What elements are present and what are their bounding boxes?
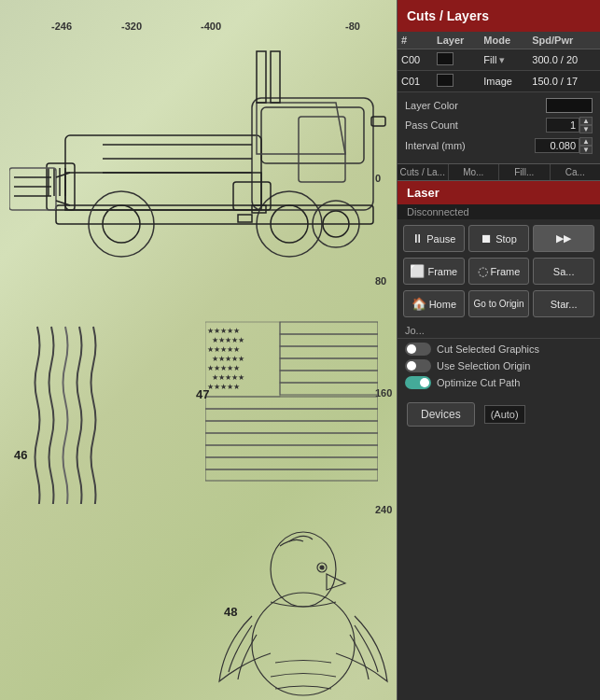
svg-text:★★★★★: ★★★★★ [212, 373, 244, 382]
optimize-toggle[interactable] [405, 376, 431, 389]
svg-point-57 [252, 593, 355, 695]
label-46: 46 [14, 448, 27, 462]
pass-count-label: Pass Count [405, 119, 458, 131]
svg-text:★★★★★: ★★★★★ [212, 355, 244, 363]
save-button[interactable]: Sa... [533, 258, 594, 285]
col-header-spd: Spd/Pwr [528, 32, 600, 49]
ruler-240: 240 [375, 504, 392, 515]
properties-area: Layer Color Pass Count ▲ ▼ Interval (mm)… [398, 92, 600, 164]
svg-rect-45 [280, 371, 378, 383]
svg-text:★★★★★: ★★★★★ [207, 364, 240, 372]
cut-selected-toggle[interactable] [405, 343, 431, 356]
optimize-label: Optimize Cut Path [437, 377, 520, 388]
go-to-origin-button[interactable]: Go to Origin [468, 290, 530, 317]
laser-status-text: Disconnected [407, 206, 469, 217]
table-row[interactable]: C01 Image 150.0 / 17 [398, 71, 600, 92]
checkboxes-area: Cut Selected Graphics Use Selection Orig… [398, 338, 600, 397]
label-47: 47 [196, 387, 209, 401]
tab-mo[interactable]: Mo... [449, 164, 500, 180]
svg-rect-41 [280, 322, 378, 334]
mini-tabs: Cuts / La... Mo... Fill... Ca... [398, 164, 600, 181]
home-icon: 🏠 [412, 297, 426, 311]
bottom-row: Devices (Auto) [398, 397, 600, 432]
row-c01-color [433, 71, 480, 92]
svg-text:★★★★★: ★★★★★ [207, 345, 240, 354]
svg-rect-44 [280, 358, 378, 371]
layers-table: # Layer Mode Spd/Pwr C00 Fill ▾ 300.0 / … [398, 32, 600, 92]
col-header-hash: # [398, 32, 433, 49]
svg-line-31 [56, 173, 70, 177]
frame2-icon: ◌ [478, 264, 488, 278]
auto-value: (Auto) [484, 405, 525, 424]
cut-selected-label: Cut Selected Graphics [437, 343, 539, 355]
svg-rect-43 [280, 346, 378, 358]
start-button[interactable]: Star... [533, 290, 594, 317]
svg-rect-50 [205, 433, 378, 445]
interval-down[interactable]: ▼ [579, 146, 593, 154]
row-c01-id: C01 [398, 71, 433, 92]
svg-text:★★★★★: ★★★★★ [207, 383, 240, 391]
pause-icon: ⏸ [412, 231, 424, 245]
laser-status: Disconnected [398, 204, 600, 219]
stop-icon: ⏹ [481, 231, 493, 245]
svg-rect-13 [257, 51, 266, 103]
home-button[interactable]: 🏠 Home [403, 290, 465, 317]
interval-stepper[interactable]: ▲ ▼ [535, 137, 593, 154]
tab-cuts-layers[interactable]: Cuts / La... [398, 164, 449, 180]
laser-title: Laser [407, 186, 440, 200]
svg-rect-49 [205, 421, 378, 433]
interval-input[interactable] [535, 138, 579, 153]
frame1-button[interactable]: ⬜ Frame [403, 258, 465, 285]
pass-count-stepper[interactable]: ▲ ▼ [546, 117, 593, 133]
row-c00-spd: 300.0 / 20 [528, 49, 600, 71]
frame1-icon: ⬜ [410, 264, 425, 278]
row-c00-id: C00 [398, 49, 433, 71]
join-area: Jo... [398, 323, 600, 338]
interval-label: Interval (mm) [405, 140, 466, 151]
row-c01-mode: Image [480, 71, 528, 92]
laser-header: Laser [398, 181, 600, 204]
cuts-layers-title: Cuts / Layers [407, 8, 489, 23]
tab-fill[interactable]: Fill... [499, 164, 551, 180]
tab-ca[interactable]: Ca... [551, 164, 601, 180]
svg-rect-53 [205, 469, 378, 481]
svg-text:★★★★★: ★★★★★ [212, 336, 244, 344]
svg-rect-14 [271, 51, 280, 103]
pass-count-up[interactable]: ▲ [579, 117, 593, 125]
row-c01-spd: 150.0 / 17 [528, 71, 600, 92]
pause-button[interactable]: ⏸ Pause [403, 225, 465, 252]
svg-rect-42 [280, 334, 378, 346]
truck-outline [9, 19, 401, 289]
svg-marker-4 [257, 103, 345, 154]
pass-count-down[interactable]: ▼ [579, 125, 593, 133]
button-grid-row3: 🏠 Home Go to Origin Star... [398, 290, 600, 323]
stop-button[interactable]: ⏹ Stop [468, 225, 530, 252]
row-c00-color [433, 49, 480, 71]
flag-right: ★★★★★ ★★★★★ ★★★★★ ★★★★★ ★★★★★ ★★★★★ ★★★★… [205, 317, 378, 485]
svg-rect-19 [238, 215, 252, 222]
svg-rect-47 [205, 397, 378, 409]
svg-rect-16 [299, 117, 345, 182]
extra-button[interactable]: ▶▶ [533, 225, 594, 252]
col-header-layer: Layer [433, 32, 480, 49]
svg-rect-46 [280, 383, 378, 395]
table-row[interactable]: C00 Fill ▾ 300.0 / 20 [398, 49, 600, 71]
frame2-button[interactable]: ◌ Frame [468, 258, 530, 285]
svg-rect-51 [205, 445, 378, 457]
layer-color-box[interactable] [546, 98, 593, 113]
right-panel: Cuts / Layers # Layer Mode Spd/Pwr C00 F… [397, 0, 600, 700]
svg-rect-52 [205, 457, 378, 469]
svg-rect-1 [261, 107, 364, 163]
use-selection-toggle[interactable] [405, 359, 431, 372]
use-selection-label: Use Selection Origin [437, 360, 530, 371]
devices-button[interactable]: Devices [407, 402, 475, 427]
layer-color-label: Layer Color [405, 100, 458, 111]
col-header-mode: Mode [480, 32, 528, 49]
svg-text:★★★★★: ★★★★★ [207, 327, 240, 335]
cuts-layers-header: Cuts / Layers [398, 0, 600, 32]
pass-count-input[interactable] [546, 118, 579, 133]
svg-rect-48 [205, 409, 378, 421]
svg-rect-11 [56, 205, 373, 224]
interval-up[interactable]: ▲ [579, 137, 593, 146]
flag-left [19, 317, 112, 504]
